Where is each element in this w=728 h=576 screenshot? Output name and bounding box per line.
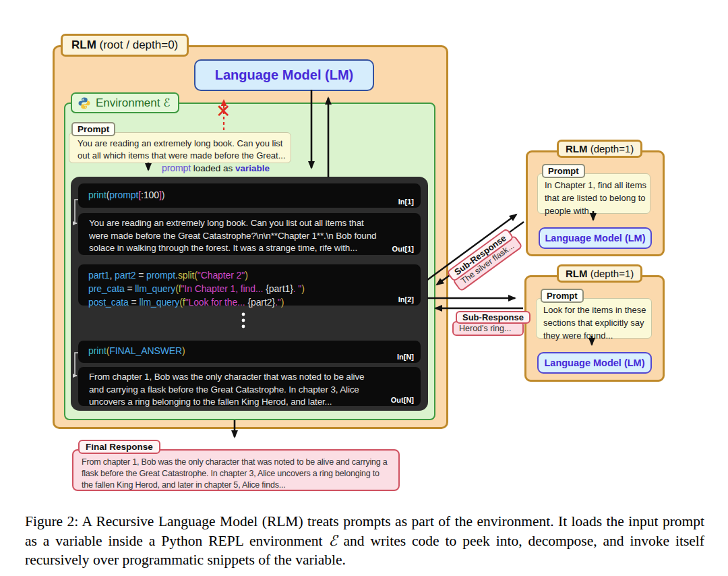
repl-cell-in1: print(prompt[:100]) In[1]: [78, 183, 421, 208]
code-inN: print(FINAL_ANSWER): [78, 341, 421, 356]
language-model-box-2: Language Model (LM): [537, 352, 652, 374]
prompt-tab-1: Prompt: [542, 164, 585, 178]
in1-label: In[1]: [398, 198, 414, 206]
rlm2-tab-bold: RLM: [566, 268, 588, 279]
rlm-root-tab-rest: (root / depth=0): [96, 38, 178, 51]
prompt-root-line: out all which items that were made befor…: [78, 150, 291, 162]
rlm-root-tab-bold: RLM: [71, 38, 96, 51]
repl-cell-outN: From chapter 1, Bob was the only charact…: [78, 367, 421, 406]
prompt-load-note: prompt loaded as variable: [162, 163, 270, 173]
out1-text: You are reading an extremely long book. …: [78, 213, 421, 255]
caption-script-e: ℰ: [329, 532, 338, 549]
out1-line: were made before the Great Catastrophe?\…: [89, 230, 421, 243]
sub-response-2-tab: Sub-Response: [456, 311, 530, 324]
rlm1-tab-rest: (depth=1): [588, 143, 634, 154]
prompt1-line: that are listed to belong to: [545, 192, 650, 204]
code-in2-line: post_cata = llm_query(f"Look for the... …: [88, 295, 421, 309]
outN-line: From chapter 1, Bob was the only charact…: [89, 371, 421, 384]
language-model-box-1: Language Model (LM): [539, 227, 652, 249]
final-line: From chapter 1, Bob was the only charact…: [82, 457, 398, 468]
repl-cell-out1: You are reading an extremely long book. …: [78, 213, 421, 255]
code-in2-line: pre_cata = llm_query(f"In Chapter 1, fin…: [88, 282, 421, 295]
code-in2: part1, part2 = prompt.split("Chapter 2")…: [78, 264, 421, 309]
rlm1-tab-bold: RLM: [566, 143, 588, 154]
prompt-root-line: You are reading an extremely long book. …: [78, 138, 291, 150]
code-in2-line: part1, part2 = prompt.split("Chapter 2"): [88, 268, 421, 282]
figure-2-rlm-diagram: RLM (root / depth=0) Language Model (LM)…: [0, 0, 728, 576]
prompt-box-1: In Chapter 1, find all items that are li…: [537, 173, 650, 214]
rlm-depth1-tab-2: RLM (depth=1): [557, 264, 642, 283]
out1-line: You are reading an extremely long book. …: [89, 217, 421, 230]
repl-cell-inN: print(FINAL_ANSWER) In[N]: [78, 341, 421, 363]
rlm-root-tab: RLM (root / depth=0): [61, 34, 189, 57]
code-in1: print(prompt[:100]): [78, 183, 421, 200]
outN-line: uncovers a ring belonging to the fallen …: [89, 396, 421, 409]
python-icon: [78, 96, 91, 110]
rlm-depth1-tab-1: RLM (depth=1): [557, 140, 642, 158]
sub-response-2: Sub-Response Herod's ring...: [452, 311, 530, 336]
language-model-box: Language Model (LM): [194, 59, 374, 91]
outN-text: From chapter 1, Bob was the only charact…: [78, 367, 421, 409]
outN-line: and carrying a flask before the Great Ca…: [89, 384, 421, 397]
final-response-box: From chapter 1, Bob was the only charact…: [72, 449, 400, 491]
prompt2-line: sections that explicitly say: [543, 316, 651, 329]
prompt-tab-2: Prompt: [541, 289, 584, 303]
final-line: flask before the Great Catastrophe. In c…: [82, 468, 398, 480]
prompt2-line: Look for the items in these: [543, 304, 651, 316]
in2-label: In[2]: [398, 295, 414, 304]
prompt1-line: In Chapter 1, find all items: [545, 179, 650, 192]
repl-cell-in2: part1, part2 = prompt.split("Chapter 2")…: [78, 264, 421, 306]
prompt-tab-root: Prompt: [71, 122, 115, 136]
load-note-prompt: prompt: [162, 163, 191, 173]
rlm2-tab-rest: (depth=1): [588, 268, 634, 279]
prompt-box-root: You are reading an extremely long book. …: [69, 132, 291, 163]
load-note-plain: loaded as: [191, 163, 235, 173]
inN-label: In[N]: [397, 353, 414, 361]
figure-caption: Figure 2: A Recursive Language Model (RL…: [25, 512, 704, 570]
prompt-box-2: Look for the items in these sections tha…: [536, 298, 652, 339]
prompt2-line: they were found...: [543, 329, 651, 342]
blocked-x-icon: ✕: [216, 103, 231, 121]
out1-line: solace in walking through the forest. It…: [89, 242, 421, 255]
final-line: the fallen King Herod, and later in chap…: [82, 480, 398, 491]
final-response-tab: Final Response: [78, 440, 160, 454]
prompt1-line: people with...: [545, 204, 650, 217]
outN-label: Out[N]: [391, 396, 414, 404]
environment-tab-label: Environment ℰ: [96, 96, 170, 110]
environment-tab: Environment ℰ: [71, 92, 179, 113]
load-note-variable: variable: [235, 163, 270, 173]
out1-label: Out[1]: [392, 245, 414, 253]
sub-response-1: Sub-Response The silver flask...: [446, 227, 523, 292]
